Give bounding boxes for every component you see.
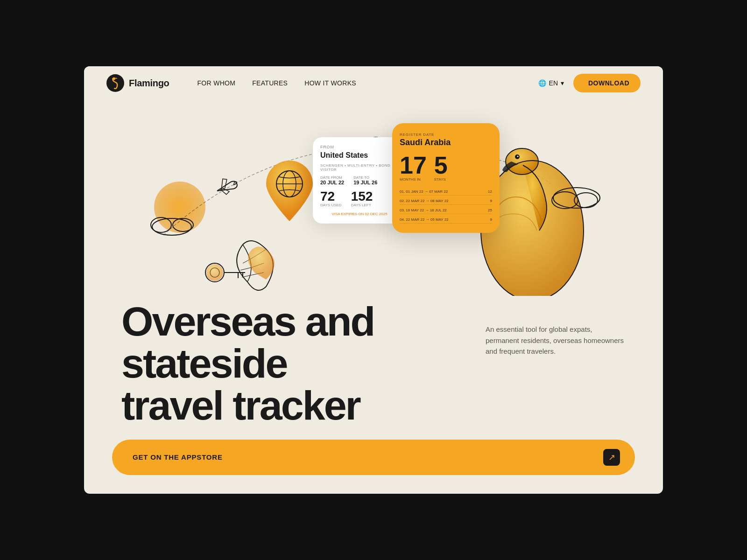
- card-visa-type: SCHENGEN • MULTI-ENTRY • BOND VISITOR: [320, 163, 399, 172]
- svg-point-0: [106, 74, 124, 92]
- nav-links: FOR WHOM FEATURES HOW IT WORKS: [197, 79, 538, 87]
- nav-for-whom[interactable]: FOR WHOM: [197, 79, 236, 87]
- trip-row-1: 01. 01 JAN 22 → 07 MAR 22 12: [400, 188, 492, 196]
- trip-row-3: 03. 18 MAY 22 → 18 JUL 22 25: [400, 207, 492, 214]
- nav-features[interactable]: FEATURES: [252, 79, 288, 87]
- hero-illustration: FROM United States SCHENGEN • MULTI-ENTR…: [84, 100, 663, 296]
- appstore-cta-bar[interactable]: GET ON THE APPSTORE ↗: [112, 440, 635, 475]
- download-label: DOWNLOAD: [588, 79, 629, 87]
- cta-bar-content: GET ON THE APPSTORE: [127, 453, 223, 461]
- download-button[interactable]: DOWNLOAD: [573, 74, 641, 92]
- nav-how-it-works[interactable]: HOW IT WORKS: [304, 79, 356, 87]
- nav-right: 🌐 EN ▾ DOWNLOAD: [538, 74, 641, 92]
- saudi-card-label: REGISTER DATE: [400, 133, 492, 137]
- cta-arrow-icon: ↗: [603, 449, 620, 466]
- days-left: 152 DAYS LEFT: [351, 190, 373, 207]
- card-dates: DATE FROM 20 JUL 22 DATE TO 19 JUL 26: [320, 175, 399, 185]
- hero-description: An essential tool for global expats, per…: [486, 324, 626, 357]
- card-country-name: United States: [320, 151, 399, 160]
- saudi-trips-list: 01. 01 JAN 22 → 07 MAR 22 12 02. 22 MAR …: [400, 188, 492, 224]
- headline-line2: travel tracker: [121, 385, 458, 427]
- logo-text: Flamingo: [129, 78, 169, 89]
- cta-label: GET ON THE APPSTORE: [133, 453, 223, 461]
- hero-headline: Overseas and stateside travel tracker: [121, 301, 458, 426]
- days-used: 72 DAYS USED: [320, 190, 342, 207]
- svg-point-14: [206, 264, 223, 281]
- flamingo-logo-icon: [106, 74, 124, 92]
- browser-window: Flamingo FOR WHOM FEATURES HOW IT WORKS …: [84, 66, 663, 493]
- trip-row-4: 04. 22 MAR 22 → 05 MAY 22 9: [400, 216, 492, 224]
- headline-line1: Overseas and stateside: [121, 301, 458, 385]
- logo-area: Flamingo: [106, 74, 169, 92]
- card-day-counts: 72 DAYS USED 152 DAYS LEFT: [320, 190, 399, 207]
- saudi-travel-card: REGISTER DATE Saudi Arabia 17 MONTHS IN …: [392, 123, 500, 233]
- card-date-to: DATE TO 19 JUL 26: [353, 175, 377, 185]
- visa-expiry-note: VISA EXPIRES ON 02 DEC 2025: [320, 212, 399, 216]
- navbar: Flamingo FOR WHOM FEATURES HOW IT WORKS …: [84, 66, 663, 100]
- card-date-from: DATE FROM 20 JUL 22: [320, 175, 344, 185]
- svg-point-23: [517, 156, 519, 157]
- saudi-stats: 17 MONTHS IN 5 STAYS: [400, 153, 492, 182]
- saudi-country-name: Saudi Arabia: [400, 138, 492, 147]
- lang-label: EN: [549, 79, 558, 87]
- trip-row-2: 02. 22 MAR 22 → 08 MAY 22 9: [400, 197, 492, 205]
- language-selector[interactable]: 🌐 EN ▾: [538, 79, 564, 87]
- chevron-down-icon: ▾: [561, 79, 564, 87]
- saudi-months-block: 17 MONTHS IN: [400, 153, 427, 182]
- card-from-label: FROM: [320, 145, 399, 149]
- globe-icon: 🌐: [538, 79, 546, 87]
- saudi-stays-block: 5 STAYS: [434, 153, 448, 182]
